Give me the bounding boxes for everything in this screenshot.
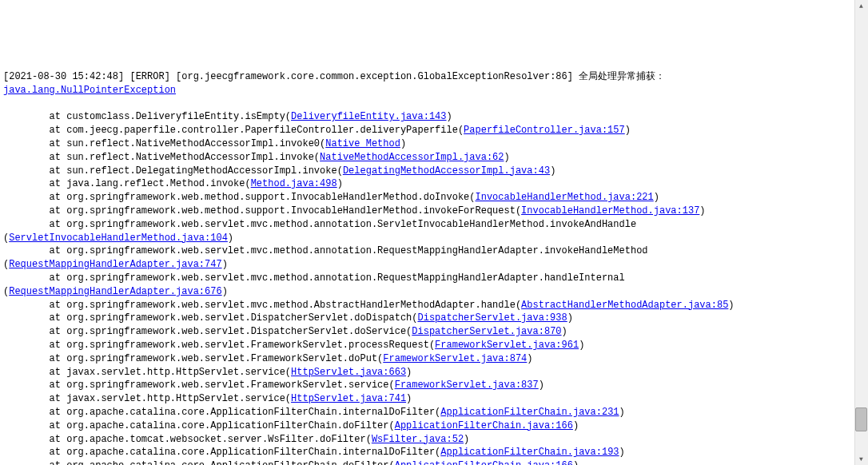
stacktrace-line: at org.springframework.web.servlet.Frame… xyxy=(3,379,849,392)
source-link[interactable]: InvocableHandlerMethod.java:221 xyxy=(476,192,654,203)
stacktrace-line: at org.apache.catalina.core.ApplicationF… xyxy=(3,406,849,419)
source-link[interactable]: ApplicationFilterChain.java:166 xyxy=(395,420,573,431)
stacktrace-viewer: [2021-08-30 15:42:48] [ERROR] [org.jeecg… xyxy=(3,57,865,465)
stacktrace-line: at org.springframework.web.servlet.mvc.m… xyxy=(3,299,849,312)
source-link[interactable]: HttpServlet.java:741 xyxy=(291,393,406,404)
source-link[interactable]: AbstractHandlerMethodAdapter.java:85 xyxy=(521,300,728,311)
stacktrace-line: at sun.reflect.DelegatingMethodAccessorI… xyxy=(3,165,849,178)
stacktrace-line: at org.springframework.web.servlet.Dispa… xyxy=(3,312,849,325)
stacktrace-line: at javax.servlet.http.HttpServlet.servic… xyxy=(3,392,849,406)
stacktrace-line: at org.apache.catalina.core.ApplicationF… xyxy=(3,419,849,433)
stacktrace-line: at org.springframework.web.servlet.Frame… xyxy=(3,352,849,366)
stacktrace-line: at org.apache.catalina.core.ApplicationF… xyxy=(3,446,849,459)
source-link[interactable]: FrameworkServlet.java:837 xyxy=(395,380,539,391)
scroll-down-arrow-icon[interactable]: ▼ xyxy=(855,453,867,465)
source-link[interactable]: DispatcherServlet.java:938 xyxy=(417,312,567,324)
stacktrace-line: at customclass.DeliveryfileEntity.isEmpt… xyxy=(3,110,849,124)
log-level: [ERROR] xyxy=(129,71,169,82)
log-source: [org.jeecgframework.core.common.exceptio… xyxy=(176,71,573,82)
stacktrace-line: at sun.reflect.NativeMethodAccessorImpl.… xyxy=(3,151,849,165)
scroll-up-arrow-icon[interactable]: ▲ xyxy=(855,0,867,12)
stacktrace-line: at org.springframework.web.servlet.Frame… xyxy=(3,339,849,352)
source-link[interactable]: InvocableHandlerMethod.java:137 xyxy=(521,205,699,217)
stacktrace-line: at javax.servlet.http.HttpServlet.servic… xyxy=(3,366,849,380)
source-link[interactable]: RequestMappingHandlerAdapter.java:747 xyxy=(9,259,221,270)
source-link[interactable]: ApplicationFilterChain.java:193 xyxy=(440,447,619,458)
scrollbar-thumb[interactable] xyxy=(855,407,867,431)
timestamp: [2021-08-30 15:42:48] xyxy=(3,71,124,82)
stacktrace-line: at org.springframework.web.servlet.mvc.m… xyxy=(3,272,849,299)
stacktrace-line: at org.springframework.web.servlet.mvc.m… xyxy=(3,218,849,245)
stacktrace-line: at java.lang.reflect.Method.invoke(Metho… xyxy=(3,177,849,191)
source-link[interactable]: Native Method xyxy=(325,138,400,149)
source-link[interactable]: NativeMethodAccessorImpl.java:62 xyxy=(320,152,504,163)
source-link[interactable]: FrameworkServlet.java:961 xyxy=(435,340,579,351)
source-link[interactable]: PaperfileController.java:157 xyxy=(464,125,625,136)
stacktrace-line: at org.apache.tomcat.websocket.server.Ws… xyxy=(3,433,849,447)
stacktrace-line: at org.springframework.web.servlet.mvc.m… xyxy=(3,244,849,272)
log-message: 全局处理异常捕获： xyxy=(579,71,665,82)
stacktrace-line: at org.springframework.web.method.suppor… xyxy=(3,191,849,205)
source-link[interactable]: FrameworkServlet.java:874 xyxy=(383,353,527,364)
source-link[interactable]: DelegatingMethodAccessorImpl.java:43 xyxy=(343,165,550,177)
source-link[interactable]: RequestMappingHandlerAdapter.java:676 xyxy=(9,286,221,297)
stacktrace-lines: at customclass.DeliveryfileEntity.isEmpt… xyxy=(3,110,849,465)
source-link[interactable]: ApplicationFilterChain.java:166 xyxy=(395,460,573,465)
stacktrace-line: at org.springframework.web.method.suppor… xyxy=(3,205,849,218)
source-link[interactable]: Method.java:498 xyxy=(251,178,337,189)
source-link[interactable]: ServletInvocableHandlerMethod.java:104 xyxy=(9,232,228,244)
source-link[interactable]: WsFilter.java:52 xyxy=(372,434,464,445)
source-link[interactable]: DispatcherServlet.java:870 xyxy=(412,326,561,337)
stacktrace-line: at org.apache.catalina.core.ApplicationF… xyxy=(3,459,849,465)
exception-link[interactable]: java.lang.NullPointerException xyxy=(3,85,176,96)
stacktrace-line: at sun.reflect.NativeMethodAccessorImpl.… xyxy=(3,137,849,151)
source-link[interactable]: DeliveryfileEntity.java:143 xyxy=(291,111,446,122)
log-header-line: [2021-08-30 15:42:48] [ERROR] [org.jeecg… xyxy=(3,70,849,97)
source-link[interactable]: HttpServlet.java:663 xyxy=(291,367,406,378)
stacktrace-line: at com.jeecg.paperfile.controller.Paperf… xyxy=(3,124,849,137)
vertical-scrollbar[interactable]: ▲ ▼ xyxy=(854,0,868,465)
stacktrace-line: at org.springframework.web.servlet.Dispa… xyxy=(3,325,849,339)
source-link[interactable]: ApplicationFilterChain.java:231 xyxy=(440,407,619,418)
